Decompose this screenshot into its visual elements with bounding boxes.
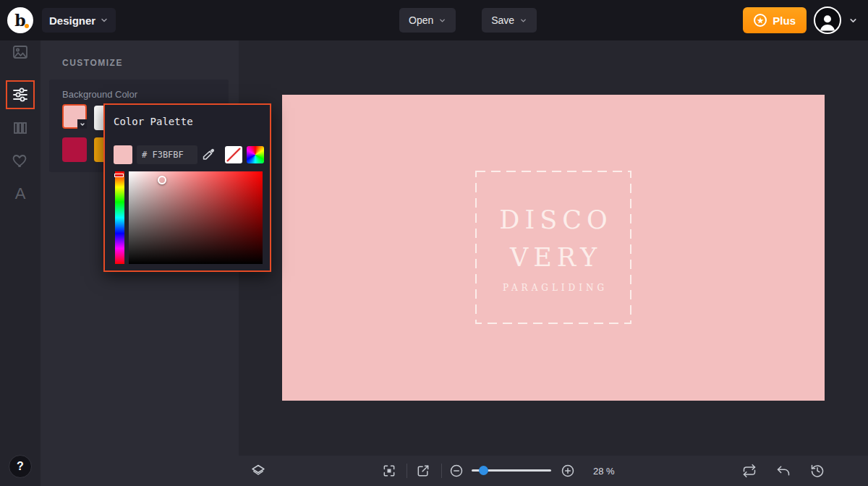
hue-slider[interactable] [115,171,124,264]
save-button[interactable]: Save [482,8,537,33]
saturation-cursor[interactable] [158,176,166,184]
zoom-slider[interactable] [472,469,551,472]
sliders-icon [12,86,29,103]
sidebar-item-templates[interactable] [12,43,29,61]
divider [407,464,407,478]
hue-slider-marker[interactable] [114,174,124,177]
fit-to-screen-button[interactable] [382,464,396,478]
bottom-toolbar: 28 % [239,456,868,486]
export-icon [416,464,430,478]
zoom-in-icon [561,464,575,478]
export-button[interactable] [416,464,430,478]
rainbow-picker-icon[interactable] [247,146,264,163]
account-cluster: ★ Plus [743,7,858,34]
saturation-picker[interactable] [129,171,263,264]
chevron-down-icon[interactable] [848,16,858,25]
person-icon [817,11,838,33]
color-palette-popup: Color Palette [103,103,271,272]
zoom-percentage: 28 % [593,466,615,477]
sidebar-item-layouts[interactable] [12,119,29,137]
file-actions: Open Save [399,8,537,33]
swatch-dropdown-icon[interactable] [77,119,87,129]
heart-icon [12,152,29,169]
repeat-button[interactable] [742,464,757,478]
undo-button[interactable] [776,464,791,478]
help-button[interactable]: ? [9,455,32,478]
open-button[interactable]: Open [399,8,456,33]
no-color-icon[interactable] [225,146,242,163]
zoom-in-button[interactable] [561,464,575,478]
top-bar: b Designer Open Save ★ Plus [0,0,868,40]
hex-input[interactable] [137,145,197,164]
app-menu-label: Designer [49,14,95,27]
image-icon [12,43,29,61]
divider [441,464,442,478]
panel-title: CUSTOMIZE [62,58,123,68]
text-icon: A [15,184,26,203]
dashed-border [475,171,631,324]
user-avatar[interactable] [814,7,841,34]
help-icon: ? [17,460,24,473]
zoom-out-icon [449,464,464,478]
chevron-down-icon [438,17,446,25]
plus-upgrade-button[interactable]: ★ Plus [743,7,807,33]
tool-rail: A ? [0,40,41,486]
popup-title: Color Palette [114,116,193,127]
history-button[interactable] [810,464,825,478]
columns-icon [12,119,29,137]
color-swatch[interactable] [62,137,87,162]
layers-icon [251,464,265,478]
eyedropper-icon[interactable] [200,147,216,163]
zoom-slider-knob[interactable] [479,466,488,475]
app-menu-designer[interactable]: Designer [42,8,116,33]
befunky-logo[interactable]: b [7,7,33,33]
undo-icon [776,464,791,478]
repeat-icon [742,464,757,478]
color-swatch-selected[interactable] [62,104,87,129]
chevron-down-icon [100,16,109,25]
star-icon: ★ [754,14,767,27]
sidebar-item-favorites[interactable] [12,152,29,169]
fit-screen-icon [382,464,396,478]
design-artboard[interactable]: DISCO VERY PARAGLIDING [282,95,825,401]
current-color-swatch[interactable] [114,145,132,164]
zoom-out-button[interactable] [449,464,464,478]
history-icon [810,464,825,478]
canvas-workspace: DISCO VERY PARAGLIDING [239,40,868,486]
sidebar-item-text[interactable]: A [12,185,29,202]
sidebar-item-customize[interactable] [12,86,29,103]
text-frame[interactable]: DISCO VERY PARAGLIDING [475,171,631,324]
chevron-down-icon [519,17,527,25]
background-color-label: Background Color [62,89,137,100]
layers-button[interactable] [251,464,265,478]
